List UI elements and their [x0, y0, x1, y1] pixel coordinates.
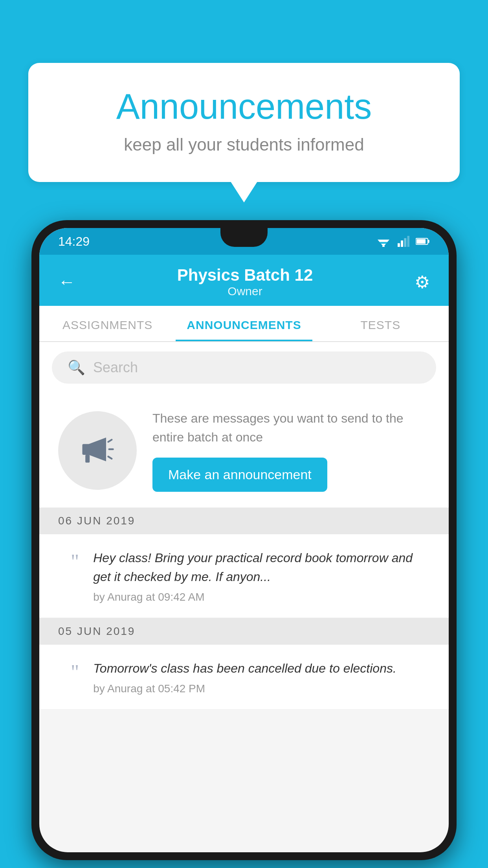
- announcement-prompt: These are messages you want to send to t…: [39, 393, 449, 508]
- back-button[interactable]: ←: [58, 272, 75, 292]
- announcement-author-2: by Anurag at 05:42 PM: [93, 682, 430, 695]
- announcement-description: These are messages you want to send to t…: [152, 409, 430, 447]
- svg-marker-11: [89, 438, 106, 462]
- header-subtitle: Owner: [75, 285, 415, 298]
- date-header-2: 05 JUN 2019: [39, 618, 449, 645]
- make-announcement-button[interactable]: Make an announcement: [152, 458, 327, 492]
- svg-rect-9: [428, 240, 429, 243]
- announcement-author-1: by Anurag at 09:42 AM: [93, 591, 430, 603]
- tab-assignments[interactable]: ASSIGNMENTS: [39, 306, 176, 341]
- speech-bubble-subtitle: keep all your students informed: [60, 135, 428, 154]
- search-container: 🔍 Search: [39, 342, 449, 393]
- svg-line-16: [108, 456, 112, 459]
- speech-bubble-section: Announcements keep all your students inf…: [28, 63, 460, 182]
- svg-rect-6: [404, 238, 406, 247]
- search-placeholder: Search: [93, 359, 138, 376]
- app-header: ← Physics Batch 12 Owner ⚙: [39, 255, 449, 306]
- header-title-container: Physics Batch 12 Owner: [75, 266, 415, 298]
- phone-frame: 14:29: [31, 220, 457, 860]
- signal-icon: [397, 236, 409, 247]
- svg-rect-7: [407, 236, 410, 247]
- search-bar[interactable]: 🔍 Search: [52, 351, 436, 384]
- announcement-content-2: Tomorrow's class has been cancelled due …: [93, 659, 430, 695]
- speech-bubble: Announcements keep all your students inf…: [28, 63, 460, 182]
- svg-rect-10: [416, 239, 426, 244]
- battery-icon: [416, 236, 430, 247]
- svg-rect-12: [83, 444, 90, 455]
- status-time: 14:29: [58, 234, 90, 249]
- announcement-icon-circle: [58, 411, 137, 490]
- tab-tests[interactable]: TESTS: [312, 306, 449, 341]
- header-title: Physics Batch 12: [75, 266, 415, 285]
- wifi-icon: [376, 236, 391, 247]
- status-icons: [376, 236, 430, 247]
- svg-rect-5: [401, 241, 403, 247]
- notch: [220, 228, 268, 247]
- announcement-item-2: " Tomorrow's class has been cancelled du…: [39, 645, 449, 710]
- tab-announcements[interactable]: ANNOUNCEMENTS: [176, 306, 312, 341]
- svg-line-14: [108, 440, 112, 442]
- megaphone-icon: [76, 429, 119, 472]
- speech-bubble-title: Announcements: [60, 86, 428, 127]
- announcement-item-1: " Hey class! Bring your practical record…: [39, 534, 449, 618]
- announcement-content-1: Hey class! Bring your practical record b…: [93, 548, 430, 603]
- date-header-1: 06 JUN 2019: [39, 508, 449, 534]
- status-bar: 14:29: [39, 228, 449, 255]
- svg-rect-13: [85, 455, 90, 463]
- quote-icon-1: ": [71, 552, 79, 572]
- announcement-text-2: Tomorrow's class has been cancelled due …: [93, 659, 430, 678]
- tabs-container: ASSIGNMENTS ANNOUNCEMENTS TESTS: [39, 306, 449, 342]
- announcement-right: These are messages you want to send to t…: [152, 409, 430, 492]
- settings-button[interactable]: ⚙: [415, 272, 430, 292]
- phone-screen: 14:29: [39, 228, 449, 852]
- quote-icon-2: ": [71, 662, 79, 682]
- search-icon: 🔍: [68, 359, 85, 376]
- svg-rect-4: [398, 243, 400, 247]
- announcement-text-1: Hey class! Bring your practical record b…: [93, 548, 430, 586]
